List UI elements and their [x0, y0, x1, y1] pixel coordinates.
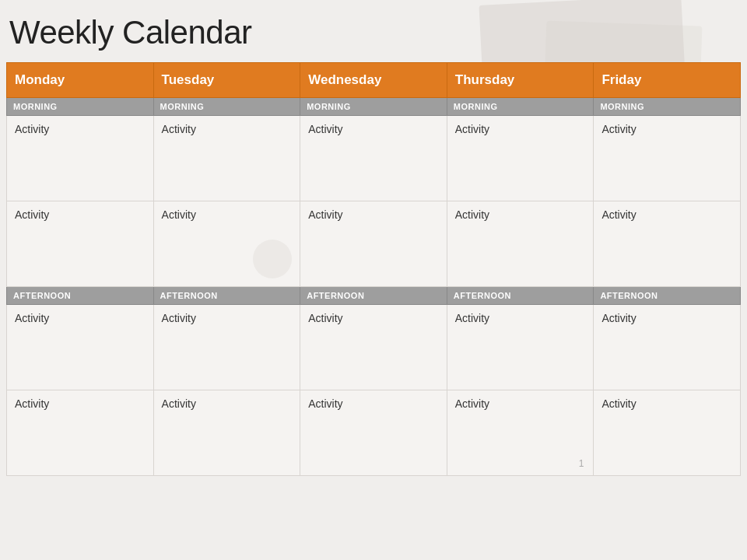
cell-morning-2-mon[interactable]: Activity: [7, 201, 154, 287]
page-title: Weekly Calendar: [6, 14, 741, 51]
page-number: 1: [579, 458, 584, 469]
day-header-friday: Friday: [594, 63, 741, 98]
cell-morning-2-tue[interactable]: Activity: [153, 201, 300, 287]
morning-label-thu: MORNING: [447, 98, 594, 116]
activity-afternoon-1-fri: Activity: [601, 312, 636, 324]
activity-morning-2-thu: Activity: [455, 208, 489, 221]
activity-morning-1-tue: Activity: [162, 123, 196, 135]
cell-afternoon-2-mon[interactable]: Activity: [7, 390, 154, 476]
morning-label-row: MORNING MORNING MORNING MORNING MORNING: [7, 98, 741, 116]
header-row: Monday Tuesday Wednesday Thursday Friday: [7, 63, 741, 98]
activity-morning-2-mon: Activity: [15, 208, 49, 221]
day-header-thursday: Thursday: [447, 63, 594, 98]
activity-afternoon-2-fri: Activity: [601, 397, 636, 410]
cell-morning-2-wed[interactable]: Activity: [300, 201, 447, 287]
cell-afternoon-1-thu[interactable]: Activity: [447, 305, 594, 390]
cell-afternoon-2-wed[interactable]: Activity: [300, 390, 447, 476]
cell-afternoon-1-fri[interactable]: Activity: [594, 305, 741, 390]
activity-afternoon-1-mon: Activity: [15, 312, 49, 324]
morning-row-2: Activity Activity Activity Activity Acti…: [7, 201, 741, 287]
activity-afternoon-1-wed: Activity: [308, 312, 342, 324]
morning-label-fri: MORNING: [594, 98, 741, 116]
cell-morning-1-thu[interactable]: Activity: [447, 116, 594, 201]
afternoon-label-mon: AFTERNOON: [7, 287, 154, 305]
activity-afternoon-1-thu: Activity: [455, 312, 489, 324]
page-wrapper: Weekly Calendar Monday Tuesday Wednesday…: [0, 0, 747, 560]
cell-afternoon-2-thu[interactable]: Activity 1: [447, 390, 594, 476]
morning-label-tue: MORNING: [153, 98, 300, 116]
activity-afternoon-2-wed: Activity: [308, 397, 342, 410]
cell-morning-2-fri[interactable]: Activity: [594, 201, 741, 287]
day-header-tuesday: Tuesday: [153, 63, 300, 98]
morning-label-wed: MORNING: [300, 98, 447, 116]
cell-morning-1-mon[interactable]: Activity: [7, 116, 154, 201]
day-header-monday: Monday: [7, 63, 154, 98]
afternoon-label-row: AFTERNOON AFTERNOON AFTERNOON AFTERNOON …: [7, 287, 741, 305]
afternoon-row-2: Activity Activity Activity Activity 1 Ac…: [7, 390, 741, 476]
activity-morning-2-tue: Activity: [162, 208, 196, 221]
afternoon-label-fri: AFTERNOON: [594, 287, 741, 305]
cell-afternoon-1-tue[interactable]: Activity: [153, 305, 300, 390]
cell-afternoon-2-fri[interactable]: Activity: [594, 390, 741, 476]
afternoon-label-tue: AFTERNOON: [153, 287, 300, 305]
activity-morning-1-wed: Activity: [308, 123, 342, 135]
morning-row-1: Activity Activity Activity Activity Acti…: [7, 116, 741, 201]
afternoon-label-thu: AFTERNOON: [447, 287, 594, 305]
cell-morning-2-thu[interactable]: Activity: [447, 201, 594, 287]
activity-morning-1-mon: Activity: [15, 123, 49, 135]
activity-morning-1-fri: Activity: [601, 123, 636, 135]
activity-morning-2-wed: Activity: [308, 208, 342, 221]
cell-morning-1-tue[interactable]: Activity: [153, 116, 300, 201]
cell-afternoon-2-tue[interactable]: Activity: [153, 390, 300, 476]
cell-afternoon-1-wed[interactable]: Activity: [300, 305, 447, 390]
afternoon-row-1: Activity Activity Activity Activity Acti…: [7, 305, 741, 390]
activity-afternoon-2-mon: Activity: [15, 397, 49, 410]
activity-afternoon-2-thu: Activity: [455, 397, 489, 410]
cell-morning-1-fri[interactable]: Activity: [594, 116, 741, 201]
activity-afternoon-2-tue: Activity: [162, 397, 196, 410]
morning-label-mon: MORNING: [7, 98, 154, 116]
activity-afternoon-1-tue: Activity: [162, 312, 196, 324]
calendar-grid: Monday Tuesday Wednesday Thursday Friday…: [6, 62, 741, 476]
day-header-wednesday: Wednesday: [300, 63, 447, 98]
cell-afternoon-1-mon[interactable]: Activity: [7, 305, 154, 390]
cell-morning-1-wed[interactable]: Activity: [300, 116, 447, 201]
activity-morning-1-thu: Activity: [455, 123, 489, 135]
activity-morning-2-fri: Activity: [601, 208, 636, 221]
afternoon-label-wed: AFTERNOON: [300, 287, 447, 305]
